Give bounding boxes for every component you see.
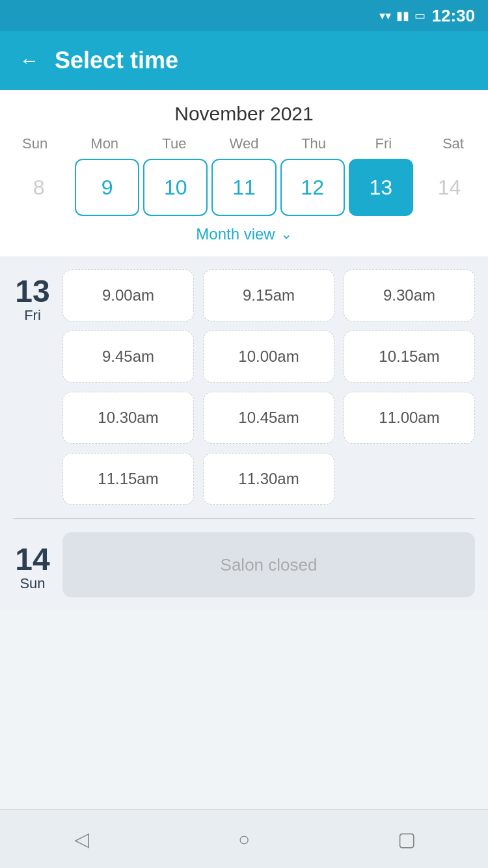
page-title: Select time xyxy=(55,47,178,74)
status-icons: ▾▾ ▮▮ ▭ xyxy=(379,8,426,23)
slot-1030am[interactable]: 10.30am xyxy=(62,392,194,444)
calendar-section: November 2021 Sun Mon Tue Wed Thu Fri Sa… xyxy=(0,90,488,256)
slot-1045am[interactable]: 10.45am xyxy=(203,392,334,444)
day-number-13: 13 xyxy=(15,276,49,307)
slot-1115am[interactable]: 11.15am xyxy=(62,453,194,505)
slot-1100am[interactable]: 11.00am xyxy=(344,392,475,444)
slot-1130am[interactable]: 11.30am xyxy=(203,453,334,505)
day-headers: Sun Mon Tue Wed Thu Fri Sat xyxy=(0,135,488,152)
slot-1000am[interactable]: 10.00am xyxy=(203,331,334,383)
status-time: 12:30 xyxy=(432,6,476,26)
day-block-13: 13 Fri 9.00am 9.15am 9.30am 9.45am 10.00… xyxy=(13,269,475,505)
day-header-sun: Sun xyxy=(0,135,70,152)
day-12[interactable]: 12 xyxy=(280,159,345,216)
wifi-icon: ▾▾ xyxy=(379,8,391,23)
nav-home-button[interactable] xyxy=(224,820,264,859)
day-name-14: Sun xyxy=(20,575,45,592)
month-view-toggle[interactable]: Month view ⌄ xyxy=(0,216,488,250)
bottom-nav xyxy=(0,809,488,868)
day-header-sat: Sat xyxy=(418,135,488,152)
day-label-14: 14 Sun xyxy=(13,537,52,592)
signal-icon: ▮▮ xyxy=(396,8,409,23)
day-11[interactable]: 11 xyxy=(211,159,276,216)
day-block-14: 14 Sun Salon closed xyxy=(13,532,475,597)
day-header-mon: Mon xyxy=(70,135,139,152)
day-14[interactable]: 14 xyxy=(417,159,481,216)
slot-1015am[interactable]: 10.15am xyxy=(344,331,475,383)
status-bar: ▾▾ ▮▮ ▭ 12:30 xyxy=(0,0,488,31)
section-divider xyxy=(13,518,475,519)
month-title: November 2021 xyxy=(0,103,488,125)
back-button[interactable]: ← xyxy=(20,49,39,72)
time-slots-grid-13: 9.00am 9.15am 9.30am 9.45am 10.00am 10.1… xyxy=(62,269,475,505)
day-10[interactable]: 10 xyxy=(143,159,208,216)
month-view-label: Month view xyxy=(196,225,275,243)
day-name-13: Fri xyxy=(24,307,41,324)
salon-closed-text: Salon closed xyxy=(221,555,318,575)
day-header-tue: Tue xyxy=(139,135,209,152)
day-header-thu: Thu xyxy=(279,135,349,152)
salon-closed-slot: Salon closed xyxy=(62,532,475,597)
app-header: ← Select time xyxy=(0,31,488,90)
day-label-13: 13 Fri xyxy=(13,269,52,505)
day-9[interactable]: 9 xyxy=(75,159,139,216)
days-row: 8 9 10 11 12 13 14 xyxy=(0,159,488,216)
nav-recents-button[interactable] xyxy=(387,820,426,859)
day-header-fri: Fri xyxy=(349,135,418,152)
time-section: 13 Fri 9.00am 9.15am 9.30am 9.45am 10.00… xyxy=(0,256,488,610)
slot-915am[interactable]: 9.15am xyxy=(203,269,334,321)
day-8[interactable]: 8 xyxy=(7,159,71,216)
slot-930am[interactable]: 9.30am xyxy=(344,269,475,321)
battery-icon: ▭ xyxy=(414,8,426,23)
day-13[interactable]: 13 xyxy=(349,159,413,216)
day-header-wed: Wed xyxy=(209,135,278,152)
chevron-down-icon: ⌄ xyxy=(280,226,292,243)
day-number-14: 14 xyxy=(15,544,49,575)
slot-945am[interactable]: 9.45am xyxy=(62,331,194,383)
slot-900am[interactable]: 9.00am xyxy=(62,269,194,321)
nav-back-button[interactable] xyxy=(62,820,101,859)
